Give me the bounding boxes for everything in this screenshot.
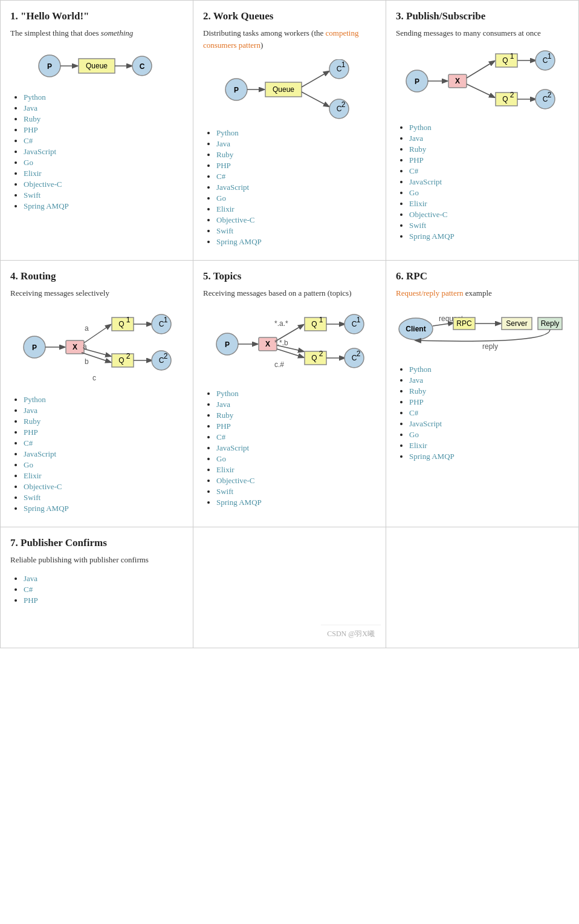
list-item[interactable]: C# — [216, 432, 376, 442]
list-item[interactable]: PHP — [24, 125, 183, 135]
svg-text:Client: Client — [406, 325, 425, 333]
lang-list-work-queues: Python Java Ruby PHP C# JavaScript Go El… — [203, 128, 376, 247]
list-item[interactable]: Swift — [216, 226, 376, 236]
desc-rpc: Request/reply pattern example — [396, 287, 569, 299]
list-item[interactable]: Go — [24, 460, 183, 470]
svg-text:Q: Q — [311, 320, 317, 328]
list-item[interactable]: Java — [216, 400, 376, 409]
list-item[interactable]: JavaScript — [216, 183, 376, 192]
list-item[interactable]: PHP — [409, 155, 569, 165]
svg-text:2: 2 — [164, 352, 168, 360]
svg-text:2: 2 — [548, 91, 552, 99]
list-item[interactable]: JavaScript — [409, 419, 569, 429]
list-item[interactable]: JavaScript — [24, 147, 183, 157]
list-item[interactable]: C# — [24, 136, 183, 146]
cell-publisher-confirms: 7. Publisher Confirms Reliable publishin… — [1, 527, 193, 648]
list-item[interactable]: PHP — [24, 596, 183, 605]
list-item[interactable]: Spring AMQP — [409, 232, 569, 241]
list-item[interactable]: Elixir — [216, 204, 376, 214]
list-item[interactable]: Swift — [24, 493, 183, 503]
svg-text:*.a.*: *.a.* — [274, 319, 288, 328]
list-item[interactable]: Ruby — [409, 386, 569, 396]
list-item[interactable]: Python — [409, 123, 569, 132]
list-item[interactable]: Java — [24, 574, 183, 584]
list-item[interactable]: Elixir — [409, 199, 569, 209]
list-item[interactable]: Java — [409, 134, 569, 143]
list-item[interactable]: Spring AMQP — [409, 452, 569, 461]
cell-routing: 4. Routing Receiving messages selectivel… — [1, 261, 193, 527]
list-item[interactable]: JavaScript — [409, 177, 569, 187]
svg-text:RPC: RPC — [456, 319, 472, 328]
list-item[interactable]: Elixir — [24, 169, 183, 178]
list-item[interactable]: Swift — [24, 190, 183, 200]
list-item[interactable]: Go — [24, 158, 183, 168]
list-item[interactable]: PHP — [216, 421, 376, 431]
svg-text:1: 1 — [319, 316, 323, 324]
list-item[interactable]: C# — [409, 408, 569, 418]
list-item[interactable]: Ruby — [409, 145, 569, 154]
list-item[interactable]: Python — [216, 128, 376, 138]
svg-text:Q: Q — [118, 356, 124, 365]
list-item[interactable]: Java — [409, 376, 569, 385]
list-item[interactable]: Python — [409, 365, 569, 374]
list-item[interactable]: Elixir — [409, 441, 569, 451]
list-item[interactable]: Objective-C — [24, 482, 183, 492]
list-item[interactable]: Swift — [409, 221, 569, 230]
title-routing: 4. Routing — [10, 270, 183, 282]
list-item[interactable]: Ruby — [216, 411, 376, 420]
list-item[interactable]: Java — [24, 406, 183, 415]
list-item[interactable]: Objective-C — [216, 476, 376, 486]
svg-line-13 — [302, 71, 329, 87]
svg-text:Q: Q — [311, 354, 317, 362]
list-item[interactable]: PHP — [216, 161, 376, 171]
list-item[interactable]: C# — [24, 438, 183, 448]
list-item[interactable]: Elixir — [216, 465, 376, 475]
list-item[interactable]: Objective-C — [216, 215, 376, 225]
list-item[interactable]: C# — [24, 585, 183, 594]
svg-text:1: 1 — [164, 316, 168, 324]
svg-text:Queue: Queue — [273, 85, 294, 94]
title-rpc: 6. RPC — [396, 270, 569, 282]
svg-text:Q: Q — [118, 320, 124, 328]
svg-text:a: a — [85, 324, 89, 333]
diagram-hello-world: P Queue C — [10, 48, 183, 84]
list-item[interactable]: JavaScript — [24, 449, 183, 459]
list-item[interactable]: Go — [409, 430, 569, 440]
list-item[interactable]: Go — [216, 194, 376, 203]
list-item[interactable]: Ruby — [216, 150, 376, 160]
list-item[interactable]: Java — [24, 103, 183, 113]
list-item[interactable]: Ruby — [24, 417, 183, 426]
list-item[interactable]: Spring AMQP — [24, 201, 183, 211]
list-item[interactable]: C# — [409, 166, 569, 176]
list-item[interactable]: Objective-C — [409, 210, 569, 220]
list-item[interactable]: Java — [216, 139, 376, 149]
list-item[interactable]: Ruby — [24, 114, 183, 124]
svg-line-95 — [433, 323, 453, 326]
list-item[interactable]: Spring AMQP — [216, 237, 376, 247]
svg-text:P: P — [32, 343, 37, 352]
svg-text:X: X — [455, 77, 460, 85]
list-item[interactable]: Go — [216, 454, 376, 464]
svg-text:c.#: c.# — [274, 360, 284, 369]
svg-line-26 — [467, 61, 494, 78]
list-item[interactable]: Elixir — [24, 471, 183, 481]
svg-text:Queue: Queue — [86, 62, 108, 70]
list-item[interactable]: Spring AMQP — [24, 504, 183, 513]
title-topics: 5. Topics — [203, 270, 376, 282]
list-item[interactable]: PHP — [24, 428, 183, 437]
list-item[interactable]: Objective-C — [24, 180, 183, 189]
svg-text:P: P — [47, 62, 52, 71]
list-item[interactable]: Python — [216, 389, 376, 399]
desc-pubsub: Sending messages to many consumers at on… — [396, 27, 569, 39]
svg-text:1: 1 — [126, 316, 131, 324]
list-item[interactable]: Go — [409, 188, 569, 198]
list-item[interactable]: Python — [24, 93, 183, 102]
svg-text:X: X — [73, 343, 77, 351]
list-item[interactable]: Python — [24, 395, 183, 405]
list-item[interactable]: JavaScript — [216, 443, 376, 453]
list-item[interactable]: Swift — [216, 487, 376, 496]
list-item[interactable]: PHP — [409, 397, 569, 407]
list-item[interactable]: C# — [216, 172, 376, 181]
svg-text:Q: Q — [502, 56, 508, 65]
list-item[interactable]: Spring AMQP — [216, 498, 376, 507]
